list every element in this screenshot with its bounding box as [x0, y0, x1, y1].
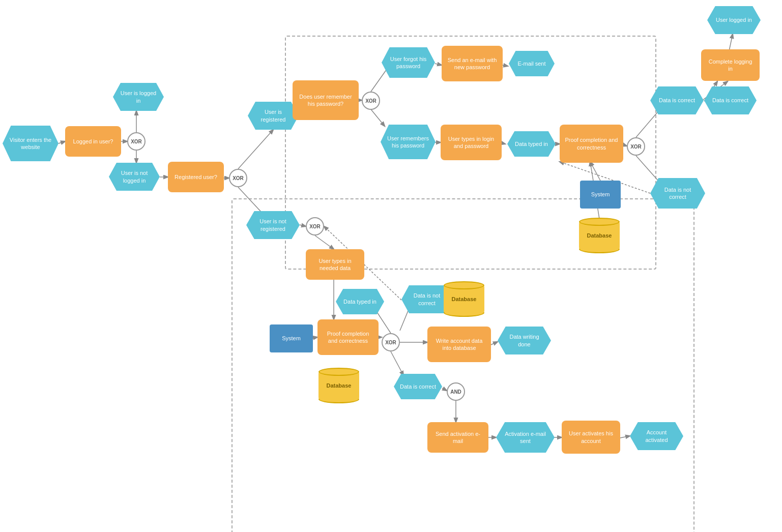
user-remembers-node: User remembers his password [381, 125, 436, 159]
db3-node: Database [318, 368, 359, 403]
data-correct-reg-node: Data is correct [394, 374, 442, 399]
proof1-node: Proof completion and correctness [317, 319, 379, 355]
visitor-node: Visitor enters the website [3, 126, 59, 161]
dashed-box-register [231, 198, 694, 532]
svg-arrows [0, 0, 782, 532]
svg-line-37 [590, 162, 600, 181]
complete-logging-node: Complete logging in [701, 49, 760, 81]
user-not-logged-in-node: User is not logged in [109, 163, 160, 191]
data-not-correct2-node: Data is not correct [650, 178, 705, 209]
xor5-node: XOR [362, 92, 380, 110]
svg-line-0 [59, 141, 65, 143]
data-correct3-node: Data is correct [704, 86, 757, 114]
svg-line-18 [391, 351, 403, 375]
xor3-node: XOR [306, 217, 324, 235]
does-user-remember-node: Does user remember his password? [293, 80, 359, 120]
and1-node: AND [447, 382, 465, 401]
user-registered-node: User is registered [248, 102, 299, 130]
user-activates-node: User activates his account [562, 421, 620, 454]
data-typed-in-node: Data typed in [507, 131, 556, 157]
xor2-node: XOR [229, 169, 247, 187]
data-correct2-node: Data is correct [650, 86, 704, 114]
registered-user-node: Registered user? [168, 162, 224, 192]
user-types-data-node: User types in needed data [306, 249, 364, 280]
xor1-node: XOR [127, 132, 146, 151]
data-typed-reg-node: Data typed in [336, 289, 384, 314]
xor6-node: XOR [627, 137, 645, 156]
system2-node: System [580, 181, 621, 209]
svg-line-10 [315, 235, 334, 249]
svg-line-26 [435, 64, 442, 65]
activation-sent-node: Activation e-mail sent [496, 422, 555, 453]
db2-node: Database [444, 281, 484, 317]
svg-line-28 [371, 109, 385, 126]
send-email-new-pass-node: Send an e-mail with new password [442, 46, 503, 81]
system1-node: System [270, 324, 313, 352]
svg-line-19 [442, 388, 447, 391]
user-types-login-node: User types in login and password [441, 125, 502, 160]
proof2-node: Proof completion and correctness [560, 125, 623, 163]
logged-in-user-node: Logged in user? [65, 126, 121, 157]
svg-line-36 [729, 34, 733, 51]
diagram-canvas: Visitor enters the website Logged in use… [0, 0, 782, 532]
user-not-registered-node: User is not registered [246, 211, 300, 239]
send-activation-node: Send activation e-mail [427, 422, 488, 453]
xor4-node: XOR [382, 333, 400, 351]
write-account-node: Write account data into database [427, 327, 491, 362]
user-logged-in-node: User is logged in [113, 83, 164, 111]
data-writing-done-node: Data writing done [498, 327, 551, 354]
user-logged-in2-node: User logged in [707, 6, 761, 34]
svg-line-9 [300, 225, 306, 226]
email-sent-node: E-mail sent [509, 51, 555, 76]
user-forgot-node: User forgot his password [382, 47, 435, 78]
svg-line-6 [238, 130, 273, 169]
account-activated-node: Account activated [630, 422, 683, 450]
db4-node: Database [579, 218, 620, 253]
